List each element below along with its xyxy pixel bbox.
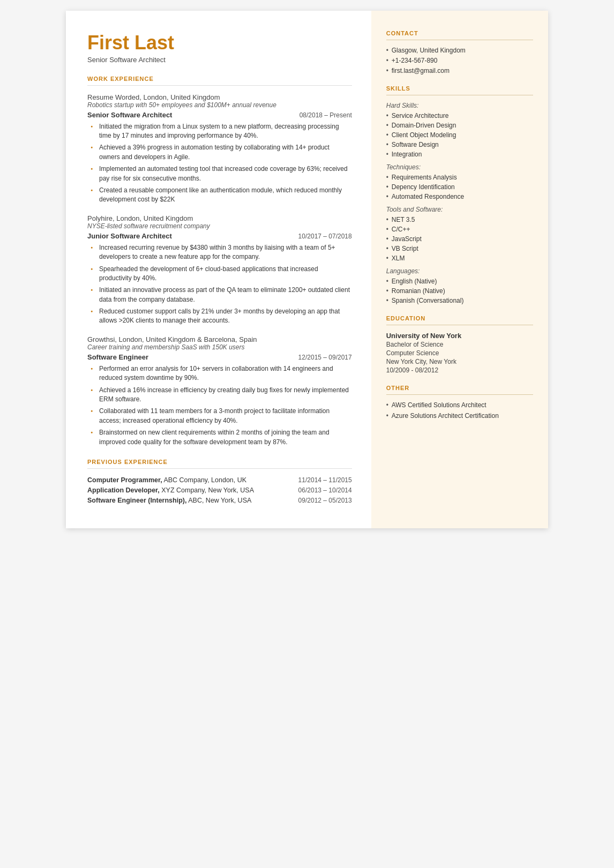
other-divider <box>386 394 533 395</box>
other-section-title: OTHER <box>386 385 533 391</box>
bullet-1-3: Created a reusable component like an aut… <box>91 186 352 205</box>
company-name-3: Growthsi, London, United Kingdom & Barce… <box>87 335 352 343</box>
role-3: Software Engineer <box>87 353 148 361</box>
name-section: First Last Senior Software Architect <box>87 32 352 64</box>
full-name: First Last <box>87 32 352 54</box>
work-experience-divider <box>87 85 352 86</box>
hard-skills-label: Hard Skills: <box>386 102 533 109</box>
right-column: CONTACT Glasgow, United Kingdom +1-234-5… <box>371 11 548 528</box>
prev-exp-divider <box>87 468 352 469</box>
other-item-1: Azure Solutions Architect Certification <box>386 412 533 420</box>
company-bold-2: Polyhire, <box>87 214 115 222</box>
prev-exp-row-1: Application Developer, XYZ Company, New … <box>87 487 352 494</box>
bullet-1-2: Implemented an automated testing tool th… <box>91 164 352 183</box>
edu-degree-0: Bachelor of Science <box>386 341 533 348</box>
job-title-header: Senior Software Architect <box>87 56 352 64</box>
skills-section: SKILLS Hard Skills: Service Architecture… <box>386 85 533 304</box>
prev-exp-section-title: PREVIOUS EXPERIENCE <box>87 459 352 465</box>
hard-skill-3: Software Design <box>386 141 533 148</box>
tool-0: NET 3.5 <box>386 216 533 223</box>
tools-label: Tools and Software: <box>386 206 533 213</box>
language-2: Spanish (Conversational) <box>386 297 533 304</box>
contact-section-title: CONTACT <box>386 30 533 36</box>
bullet-2-0: Increased recurring revenue by $4380 wit… <box>91 243 352 262</box>
prev-exp-dates-1: 06/2013 – 10/2014 <box>298 487 352 494</box>
prev-exp-dates-0: 11/2014 – 11/2015 <box>298 476 352 484</box>
job-header-1: Senior Software Architect 08/2018 – Pres… <box>87 111 352 119</box>
prev-exp-title-1: Application Developer, XYZ Company, New … <box>87 487 293 494</box>
hard-skill-1: Domain-Driven Design <box>386 122 533 129</box>
edu-field-0: Computer Science <box>386 349 533 357</box>
company-bold-3: Growthsi, <box>87 335 117 343</box>
languages-label: Languages: <box>386 267 533 275</box>
job-header-2: Junior Software Architect 10/2017 – 07/2… <box>87 232 352 240</box>
other-section: OTHER AWS Certified Solutions Architect … <box>386 385 533 420</box>
hard-skill-0: Service Architecture <box>386 112 533 119</box>
language-1: Romanian (Native) <box>386 287 533 295</box>
bullet-2-1: Spearheaded the development of 6+ cloud-… <box>91 265 352 283</box>
bullet-3-0: Performed an error analysis for 10+ serv… <box>91 364 352 383</box>
job-block-1: Resume Worded, London, United Kingdom Ro… <box>87 93 352 205</box>
prev-exp-rest-2: ABC, New York, USA <box>186 497 251 504</box>
contact-item-2: first.last@gmail.com <box>386 67 533 74</box>
hard-skill-4: Integration <box>386 151 533 158</box>
resume-container: First Last Senior Software Architect WOR… <box>66 11 548 528</box>
contact-item-1: +1-234-567-890 <box>386 57 533 64</box>
dates-1: 08/2018 – Present <box>299 111 352 119</box>
role-1: Senior Software Architect <box>87 111 172 119</box>
prev-exp-title-0: Computer Programmer, ABC Company, London… <box>87 476 293 484</box>
company-name-2: Polyhire, London, United Kingdom <box>87 214 352 222</box>
bullet-3-3: Brainstormed on new client requirements … <box>91 428 352 447</box>
education-section: EDUCATION University of New York Bachelo… <box>386 315 533 374</box>
prev-exp-rest-0: ABC Company, London, UK <box>162 476 247 484</box>
prev-exp-dates-2: 09/2012 – 05/2013 <box>298 497 352 504</box>
job-block-2: Polyhire, London, United Kingdom NYSE-li… <box>87 214 352 326</box>
education-divider <box>386 325 533 325</box>
bullet-2-2: Initiated an innovative process as part … <box>91 286 352 304</box>
company-tagline-1: Robotics startup with 50+ employees and … <box>87 101 352 109</box>
prev-exp-row-0: Computer Programmer, ABC Company, London… <box>87 476 352 484</box>
tool-3: VB Script <box>386 245 533 252</box>
edu-dates-0: 10/2009 - 08/2012 <box>386 366 533 374</box>
prev-exp-bold-2: Software Engineer (Internship), <box>87 497 186 504</box>
prev-exp-rest-1: XYZ Company, New York, USA <box>160 487 254 494</box>
prev-exp-bold-1: Application Developer, <box>87 487 160 494</box>
education-section-title: EDUCATION <box>386 315 533 321</box>
bullet-2-3: Reduced customer support calls by 21% un… <box>91 307 352 326</box>
skills-divider <box>386 95 533 95</box>
bullets-3: Performed an error analysis for 10+ serv… <box>87 364 352 447</box>
dates-2: 10/2017 – 07/2018 <box>298 233 352 240</box>
company-bold-1: Resume Worded, <box>87 93 141 101</box>
company-rest-3: London, United Kingdom & Barcelona, Spai… <box>117 335 257 343</box>
bullet-1-0: Initiated the migration from a Linux sys… <box>91 122 352 141</box>
company-rest-2: London, United Kingdom <box>115 214 193 222</box>
bullets-2: Increased recurring revenue by $4380 wit… <box>87 243 352 326</box>
edu-school-0: University of New York <box>386 332 533 340</box>
tool-1: C/C++ <box>386 226 533 233</box>
bullets-1: Initiated the migration from a Linux sys… <box>87 122 352 205</box>
bullet-1-1: Achieved a 39% progress in automation te… <box>91 143 352 162</box>
edu-location-0: New York City, New York <box>386 358 533 365</box>
tool-2: JavaScript <box>386 235 533 243</box>
language-0: English (Native) <box>386 278 533 285</box>
work-experience-section-title: WORK EXPERIENCE <box>87 76 352 82</box>
prev-exp-row-2: Software Engineer (Internship), ABC, New… <box>87 497 352 504</box>
bullet-3-1: Achieved a 16% increase in efficiency by… <box>91 386 352 405</box>
technique-1: Depency Identification <box>386 183 533 191</box>
hard-skill-2: Client Object Modeling <box>386 131 533 139</box>
technique-2: Automated Respondence <box>386 193 533 200</box>
contact-divider <box>386 40 533 40</box>
dates-3: 12/2015 – 09/2017 <box>298 354 352 361</box>
company-name-1: Resume Worded, London, United Kingdom <box>87 93 352 101</box>
bullet-3-2: Collaborated with 11 team members for a … <box>91 407 352 425</box>
job-header-3: Software Engineer 12/2015 – 09/2017 <box>87 353 352 361</box>
prev-exp-bold-0: Computer Programmer, <box>87 476 162 484</box>
job-block-3: Growthsi, London, United Kingdom & Barce… <box>87 335 352 447</box>
contact-item-0: Glasgow, United Kingdom <box>386 47 533 54</box>
other-item-0: AWS Certified Solutions Architect <box>386 401 533 409</box>
role-2: Junior Software Architect <box>87 232 172 240</box>
company-tagline-2: NYSE-listed software recruitment company <box>87 222 352 230</box>
prev-exp-title-2: Software Engineer (Internship), ABC, New… <box>87 497 293 504</box>
techniques-label: Techniques: <box>386 163 533 171</box>
company-tagline-3: Career training and membership SaaS with… <box>87 343 352 351</box>
